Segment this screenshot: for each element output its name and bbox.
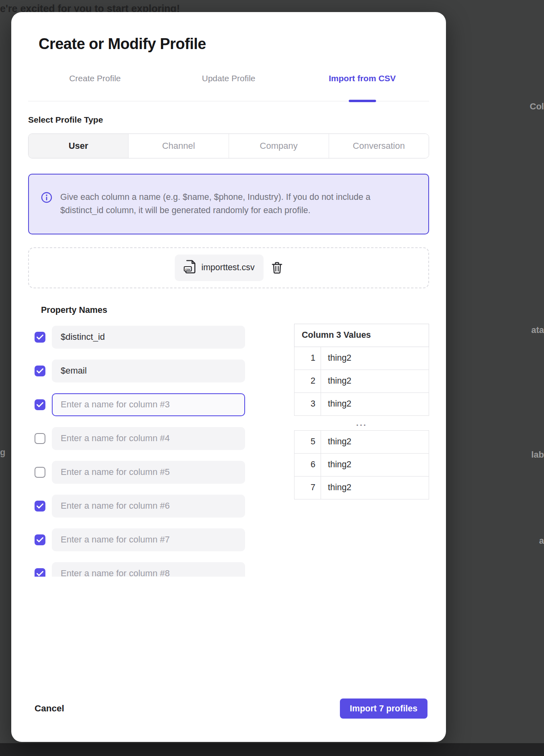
column-7-name-input[interactable] bbox=[52, 528, 245, 551]
info-banner-text: Give each column a name (e.g. $name, $ph… bbox=[60, 191, 414, 218]
csv-file-icon: csv bbox=[184, 260, 196, 276]
tab-create-profile[interactable]: Create Profile bbox=[28, 74, 162, 101]
column-3-checkbox[interactable] bbox=[35, 399, 45, 410]
table-row: 6 thing2 bbox=[294, 453, 429, 476]
cancel-button[interactable]: Cancel bbox=[35, 703, 64, 714]
background-fragment: g bbox=[0, 447, 5, 458]
row-number: 2 bbox=[294, 370, 321, 392]
property-names-label: Property Names bbox=[41, 305, 245, 315]
profile-type-segmented-control: User Channel Company Conversation bbox=[28, 134, 429, 158]
property-row-1 bbox=[35, 326, 245, 349]
column-5-name-input[interactable] bbox=[52, 461, 245, 484]
table-row: 7 thing2 bbox=[294, 476, 429, 499]
background-fragment: lab bbox=[531, 450, 544, 460]
create-or-modify-profile-dialog: Create or Modify Profile Create Profile … bbox=[11, 12, 446, 742]
column-values-preview: Column 3 Values 1 thing2 2 thing2 3 thin… bbox=[294, 324, 429, 577]
property-names-section: Property Names bbox=[35, 305, 245, 577]
column-8-name-input[interactable] bbox=[52, 562, 245, 577]
row-value: thing2 bbox=[321, 476, 429, 499]
row-number: 1 bbox=[294, 347, 321, 370]
profile-type-channel[interactable]: Channel bbox=[128, 134, 228, 158]
column-values-header: Column 3 Values bbox=[294, 324, 429, 347]
uploaded-file-chip[interactable]: csv importtest.csv bbox=[175, 255, 264, 281]
column-2-checkbox[interactable] bbox=[35, 366, 45, 376]
row-value: thing2 bbox=[321, 392, 429, 415]
dialog-footer: Cancel Import 7 profiles bbox=[35, 698, 427, 719]
property-row-7 bbox=[35, 528, 245, 551]
profile-type-company[interactable]: Company bbox=[229, 134, 329, 158]
trash-icon[interactable] bbox=[272, 262, 282, 274]
property-row-2 bbox=[35, 360, 245, 382]
tab-import-from-csv[interactable]: Import from CSV bbox=[295, 74, 429, 101]
property-row-8 bbox=[35, 562, 245, 577]
column-3-name-input[interactable] bbox=[52, 393, 245, 416]
row-number: 7 bbox=[294, 476, 321, 499]
column-4-name-input[interactable] bbox=[52, 427, 245, 450]
column-6-name-input[interactable] bbox=[52, 495, 245, 518]
table-row: 1 thing2 bbox=[294, 347, 429, 370]
column-6-checkbox[interactable] bbox=[35, 501, 45, 512]
column-1-checkbox[interactable] bbox=[35, 332, 45, 343]
property-names-list bbox=[35, 326, 245, 577]
column-1-name-input[interactable] bbox=[52, 326, 245, 349]
column-4-checkbox[interactable] bbox=[35, 433, 45, 444]
column-8-checkbox[interactable] bbox=[35, 568, 45, 577]
dialog-title: Create or Modify Profile bbox=[39, 35, 429, 53]
rows-ellipsis: ... bbox=[294, 416, 429, 430]
background-fragment: ata bbox=[531, 325, 544, 335]
table-row: 3 thing2 bbox=[294, 392, 429, 415]
table-row: 5 thing2 bbox=[294, 430, 429, 453]
dialog-tabbar: Create Profile Update Profile Import fro… bbox=[28, 74, 429, 101]
background-bottom-strip bbox=[0, 743, 544, 756]
column-2-name-input[interactable] bbox=[52, 360, 245, 382]
tab-update-profile[interactable]: Update Profile bbox=[162, 74, 296, 101]
row-number: 6 bbox=[294, 453, 321, 476]
info-banner: Give each column a name (e.g. $name, $ph… bbox=[28, 174, 429, 234]
background-fragment: a bbox=[539, 536, 544, 546]
background-fragment: Col bbox=[530, 101, 544, 112]
csv-dropzone[interactable]: csv importtest.csv bbox=[28, 247, 429, 288]
profile-type-user[interactable]: User bbox=[29, 134, 128, 158]
column-7-checkbox[interactable] bbox=[35, 534, 45, 545]
row-value: thing2 bbox=[321, 430, 429, 453]
column-5-checkbox[interactable] bbox=[35, 467, 45, 478]
row-value: thing2 bbox=[321, 453, 429, 476]
import-profiles-button[interactable]: Import 7 profiles bbox=[340, 698, 427, 719]
svg-text:csv: csv bbox=[185, 267, 190, 271]
property-row-5 bbox=[35, 461, 245, 484]
column-values-table-bottom: 5 thing2 6 thing2 7 thing2 bbox=[294, 430, 429, 499]
property-row-3 bbox=[35, 393, 245, 416]
property-row-6 bbox=[35, 495, 245, 518]
row-number: 5 bbox=[294, 430, 321, 453]
table-row: 2 thing2 bbox=[294, 370, 429, 392]
info-icon bbox=[41, 192, 52, 205]
select-profile-type-label: Select Profile Type bbox=[28, 115, 429, 125]
row-number: 3 bbox=[294, 392, 321, 415]
uploaded-file-name: importtest.csv bbox=[201, 263, 255, 273]
column-values-table-top: Column 3 Values 1 thing2 2 thing2 3 thin… bbox=[294, 324, 429, 416]
row-value: thing2 bbox=[321, 347, 429, 370]
profile-type-conversation[interactable]: Conversation bbox=[329, 134, 429, 158]
property-row-4 bbox=[35, 427, 245, 450]
row-value: thing2 bbox=[321, 370, 429, 392]
